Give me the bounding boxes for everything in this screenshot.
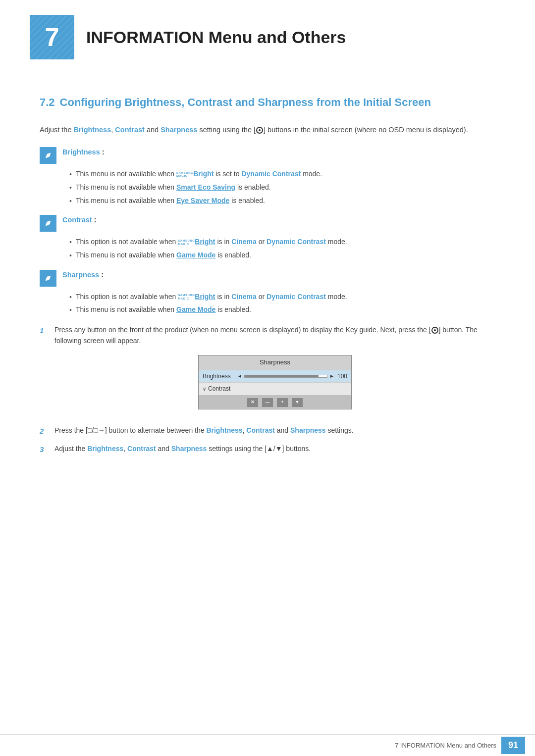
screen-brightness-label: Brightness [203, 372, 237, 381]
dynamic-contrast-label: Dynamic Contrast [241, 170, 301, 178]
step-num-3: 3 [40, 444, 48, 455]
dynamic-contrast-label-3: Dynamic Contrast [267, 293, 326, 301]
screen-buttons-row: ✕ — + ▼ [199, 396, 351, 409]
sharpness-note-label-area: Sharpness : [62, 269, 104, 281]
step2-contrast: Contrast [246, 426, 275, 434]
slider-fill [245, 375, 319, 377]
samsung-bright-label: Bright [195, 293, 215, 301]
chapter-header: 7 INFORMATION Menu and Others [0, 0, 535, 69]
screen-btn-down: ▼ [292, 398, 303, 407]
intro-text-after: setting using the [ [197, 126, 256, 134]
screen-contrast-label: Contrast [208, 384, 243, 394]
sharpness-note-block: Sharpness : [40, 269, 495, 287]
contrast-bullets: • This option is not available when SAMS… [69, 237, 495, 261]
screen-mockup-wrapper: Sharpness Brightness ◄ ► 100 [54, 355, 495, 409]
game-mode-label: Game Mode [176, 251, 215, 259]
step-num-2: 2 [40, 425, 48, 437]
step-num-1: 1 [40, 325, 48, 336]
smart-eco-label: Smart Eco Saving [176, 183, 235, 191]
samsung-magic-label: SAMSUNGMAGIC [176, 171, 193, 178]
step-1-text: Press any button on the front of the pro… [54, 325, 495, 418]
contrast-note-label: Contrast [62, 216, 92, 224]
intro-brightness: Brightness [74, 126, 111, 134]
bullet-dot: • [69, 196, 72, 207]
bullet-dot: • [69, 305, 72, 316]
screen-brightness-value: 100 [334, 372, 347, 381]
contrast-chevron: ∨ [203, 385, 206, 393]
page-footer: 7 INFORMATION Menu and Others 91 [0, 734, 535, 756]
step2-sharpness: Sharpness [290, 426, 326, 434]
bullet-text: This option is not available when SAMSUN… [76, 292, 347, 302]
bullet-text: This menu is not available when SAMSUNGM… [76, 169, 322, 180]
step2-brightness: Brightness [206, 426, 242, 434]
steps-section: 1 Press any button on the front of the p… [40, 325, 495, 455]
intro-text-end: ] buttons in the initial screen (where n… [264, 126, 468, 134]
target-icon [256, 127, 263, 134]
bullet-dot: • [69, 251, 72, 261]
slider-right-arrow: ► [329, 372, 334, 380]
screen-header-label: Sharpness [260, 357, 290, 367]
brightness-note-block: Brightness : [40, 147, 495, 164]
intro-sharpness: Sharpness [160, 126, 197, 134]
step-2-text: Press the [□/□→] button to alternate bet… [54, 425, 495, 436]
note-pencil-icon-2 [43, 218, 53, 228]
game-mode-label-2: Game Mode [176, 305, 215, 313]
bullet-text: This menu is not available when Game Mod… [76, 250, 251, 261]
contrast-bullet-2: • This menu is not available when Game M… [69, 250, 495, 261]
section-title: Configuring Brightness, Contrast and Sha… [60, 96, 431, 108]
contrast-note-colon: : [92, 216, 97, 224]
bullet-dot: • [69, 169, 72, 180]
cinema-label-2: Cinema [231, 293, 257, 301]
screen-btn-plus: + [277, 398, 288, 407]
samsung-bright-label: Bright [195, 238, 215, 246]
sharpness-note-icon [40, 270, 56, 287]
bullet-text: This menu is not available when Eye Save… [76, 196, 265, 206]
note-pencil-icon-3 [43, 273, 53, 283]
chapter-number: 7 [30, 15, 74, 59]
brightness-note-icon [40, 147, 56, 164]
section-number: 7.2 [40, 96, 55, 108]
bullet-text: This menu is not available when Game Mod… [76, 304, 251, 315]
brightness-bullet-2: • This menu is not available when Smart … [69, 182, 495, 194]
screen-slider-area: ◄ ► [237, 372, 334, 380]
step3-sharpness: Sharpness [171, 445, 207, 453]
bullet-dot: • [69, 183, 72, 194]
footer-page-number: 91 [501, 737, 525, 754]
samsung-magic-label: SAMSUNGMAGIC [178, 294, 195, 300]
step-2: 2 Press the [□/□→] button to alternate b… [40, 425, 495, 437]
section-heading: 7.2Configuring Brightness, Contrast and … [40, 94, 495, 110]
contrast-note-label-area: Contrast : [62, 214, 96, 226]
brightness-bullets: • This menu is not available when SAMSUN… [69, 169, 495, 206]
dynamic-contrast-label-2: Dynamic Contrast [267, 238, 326, 246]
step3-contrast: Contrast [127, 445, 156, 453]
chapter-title: INFORMATION Menu and Others [86, 25, 346, 50]
bullet-text: This option is not available when SAMSUN… [76, 237, 347, 248]
cinema-label: Cinema [231, 238, 257, 246]
brightness-bullet-3: • This menu is not available when Eye Sa… [69, 196, 495, 207]
screen-header-row: Sharpness [199, 355, 351, 370]
brightness-bullet-1: • This menu is not available when SAMSUN… [69, 169, 495, 180]
step-1: 1 Press any button on the front of the p… [40, 325, 495, 418]
step-3: 3 Adjust the Brightness, Contrast and Sh… [40, 444, 495, 455]
note-pencil-icon [43, 151, 53, 160]
eye-saver-label: Eye Saver Mode [176, 197, 229, 204]
screen-mockup: Sharpness Brightness ◄ ► 100 [198, 355, 352, 409]
step-3-text: Adjust the Brightness, Contrast and Shar… [54, 444, 495, 454]
screen-contrast-row: ∨ Contrast [199, 383, 351, 396]
sharpness-bullet-2: • This menu is not available when Game M… [69, 304, 495, 316]
brightness-note-label: Brightness [62, 148, 100, 156]
footer-text: 7 INFORMATION Menu and Others [395, 741, 496, 751]
slider-left-arrow: ◄ [237, 372, 242, 380]
sharpness-note-label: Sharpness [62, 271, 99, 279]
intro-paragraph: Adjust the Brightness, Contrast and Shar… [40, 124, 495, 136]
screen-btn-minus: — [262, 398, 273, 407]
samsung-magic-label: SAMSUNGMAGIC [178, 239, 195, 246]
brightness-note-label-area: Brightness : [62, 147, 105, 158]
sharpness-bullets: • This option is not available when SAMS… [69, 292, 495, 316]
slider-bar [244, 375, 327, 378]
bullet-dot: • [69, 237, 72, 248]
bullet-dot: • [69, 292, 72, 303]
contrast-note-icon [40, 215, 56, 232]
samsung-bright-label: Bright [193, 170, 214, 178]
intro-text-before: Adjust the [40, 126, 74, 134]
